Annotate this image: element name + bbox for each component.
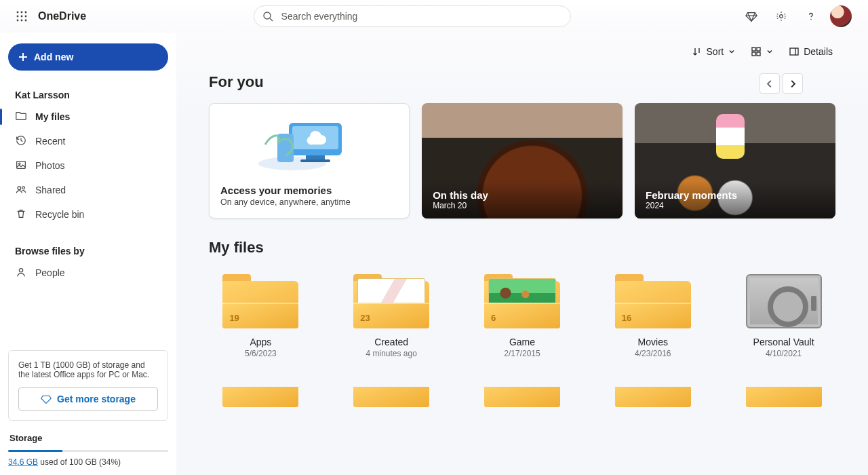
for-you-card-overlay: February moments2024 bbox=[635, 181, 835, 218]
sidebar-item-recycle[interactable]: Recycle bin bbox=[8, 202, 168, 227]
for-you-card[interactable]: February moments2024 bbox=[635, 103, 835, 218]
chevron-right-icon bbox=[788, 79, 797, 88]
main: Sort Details For you Access your memorie… bbox=[176, 33, 868, 475]
folder-item[interactable] bbox=[732, 387, 835, 407]
chevron-down-icon bbox=[766, 48, 774, 56]
storage-heading: Storage bbox=[9, 433, 168, 443]
storage-text: 34.6 GB used of 100 GB (34%) bbox=[8, 457, 168, 467]
tiles-icon bbox=[751, 46, 762, 57]
sidebar-item-recent[interactable]: Recent bbox=[8, 129, 168, 153]
search-input[interactable] bbox=[280, 10, 562, 22]
storage-promo-text: Get 1 TB (1000 GB) of storage and the la… bbox=[18, 360, 158, 379]
premium-diamond-icon bbox=[41, 394, 52, 404]
folder-name: Personal Vault bbox=[753, 337, 814, 347]
history-icon bbox=[15, 134, 27, 149]
storage-used-link[interactable]: 34.6 GB bbox=[8, 457, 38, 467]
get-more-storage-button[interactable]: Get more storage bbox=[18, 387, 158, 411]
svg-point-18 bbox=[22, 186, 25, 189]
sidebar: Add new Kat Larsson My filesRecentPhotos… bbox=[0, 33, 176, 475]
details-button[interactable]: Details bbox=[783, 41, 838, 62]
sidebar-item-my-files[interactable]: My files bbox=[8, 104, 168, 129]
folder-icon: 23 bbox=[353, 274, 429, 328]
folder-item[interactable] bbox=[209, 387, 313, 407]
storage-fill bbox=[8, 450, 62, 452]
people-icon bbox=[15, 183, 27, 197]
svg-point-12 bbox=[810, 19, 811, 20]
svg-rect-24 bbox=[790, 48, 798, 55]
folder-date: 4/10/2021 bbox=[766, 349, 802, 358]
folder-date: 4 minutes ago bbox=[366, 349, 417, 358]
svg-point-9 bbox=[264, 12, 271, 19]
vault-icon bbox=[746, 274, 822, 328]
for-you-card[interactable]: Access your memoriesOn any device, anywh… bbox=[209, 103, 410, 218]
search-wrap bbox=[86, 5, 738, 27]
sidebar-item-photos[interactable]: Photos bbox=[8, 153, 168, 178]
folder-item[interactable] bbox=[471, 387, 574, 407]
folder-date: 4/23/2016 bbox=[635, 349, 671, 358]
view-switcher[interactable] bbox=[745, 41, 779, 62]
folder-item[interactable] bbox=[601, 387, 705, 407]
folder-count-badge: 23 bbox=[360, 313, 370, 323]
folder-date: 2/17/2015 bbox=[504, 349, 540, 358]
for-you-prev-button[interactable] bbox=[760, 73, 780, 94]
folder-item[interactable] bbox=[340, 387, 443, 407]
svg-point-4 bbox=[21, 16, 23, 18]
settings-gear-icon[interactable] bbox=[768, 3, 795, 30]
svg-point-0 bbox=[17, 12, 19, 14]
premium-diamond-icon[interactable] bbox=[738, 3, 765, 30]
folder-item[interactable]: 23Created4 minutes ago bbox=[340, 274, 443, 358]
command-bar: Sort Details bbox=[176, 33, 868, 71]
for-you-card-overlay: On this dayMarch 20 bbox=[422, 181, 623, 218]
personal-vault-item[interactable]: Personal Vault4/10/2021 bbox=[732, 274, 835, 358]
folder-icon bbox=[15, 110, 27, 124]
sidebar-item-label: Recycle bin bbox=[35, 209, 84, 220]
svg-point-16 bbox=[19, 163, 20, 164]
details-pane-icon bbox=[789, 46, 800, 57]
content-scroll[interactable]: For you Access your memoriesOn any devic… bbox=[176, 71, 868, 475]
user-avatar[interactable] bbox=[830, 5, 852, 27]
chevron-left-icon bbox=[765, 79, 774, 88]
sidebar-item-label: Photos bbox=[35, 160, 65, 171]
help-icon[interactable] bbox=[797, 3, 825, 30]
add-new-button[interactable]: Add new bbox=[8, 43, 168, 71]
folder-name: Apps bbox=[250, 337, 271, 347]
folder-item[interactable]: 19Apps5/6/2023 bbox=[209, 274, 313, 358]
folder-item[interactable]: 6Game2/17/2015 bbox=[471, 274, 574, 358]
svg-point-11 bbox=[780, 15, 783, 18]
memories-illustration-icon bbox=[210, 111, 409, 172]
for-you-card-title: February moments bbox=[646, 189, 825, 201]
for-you-next-button[interactable] bbox=[783, 73, 803, 94]
add-new-label: Add new bbox=[34, 52, 73, 62]
folder-item[interactable]: 16Movies4/23/2016 bbox=[601, 274, 705, 358]
folder-count-badge: 6 bbox=[491, 313, 496, 323]
sort-button[interactable]: Sort bbox=[686, 41, 742, 62]
storage-bar bbox=[8, 450, 168, 452]
svg-rect-22 bbox=[752, 52, 755, 56]
folder-icon: 16 bbox=[615, 274, 691, 328]
for-you-nav bbox=[760, 73, 803, 94]
svg-rect-29 bbox=[306, 155, 325, 159]
person-icon bbox=[15, 266, 27, 280]
details-label: Details bbox=[804, 46, 833, 57]
get-more-storage-label: Get more storage bbox=[57, 394, 136, 404]
sidebar-item-shared[interactable]: Shared bbox=[8, 178, 168, 202]
files-grid: 19Apps5/6/202323Created4 minutes ago6Gam… bbox=[209, 274, 835, 407]
svg-point-5 bbox=[25, 16, 27, 18]
sidebar-item-people[interactable]: People bbox=[8, 261, 168, 285]
for-you-card-subtitle: 2024 bbox=[646, 201, 825, 210]
svg-rect-23 bbox=[757, 52, 760, 56]
plus-icon bbox=[18, 52, 28, 62]
svg-line-10 bbox=[270, 18, 273, 21]
sort-icon bbox=[692, 46, 703, 57]
brand-title: OneDrive bbox=[38, 10, 86, 22]
app-launcher-icon[interactable] bbox=[8, 3, 35, 30]
svg-point-17 bbox=[18, 186, 21, 189]
svg-point-2 bbox=[25, 12, 27, 14]
for-you-card-subtitle: On any device, anywhere, anytime bbox=[220, 197, 398, 207]
for-you-card[interactable]: On this dayMarch 20 bbox=[422, 103, 623, 218]
storage-promo: Get 1 TB (1000 GB) of storage and the la… bbox=[8, 350, 168, 421]
search-box[interactable] bbox=[254, 5, 571, 27]
for-you-card-title: Access your memories bbox=[220, 185, 398, 196]
storage-rest: used of 100 GB (34%) bbox=[38, 457, 121, 467]
sidebar-browse-heading: Browse files by bbox=[15, 246, 168, 256]
